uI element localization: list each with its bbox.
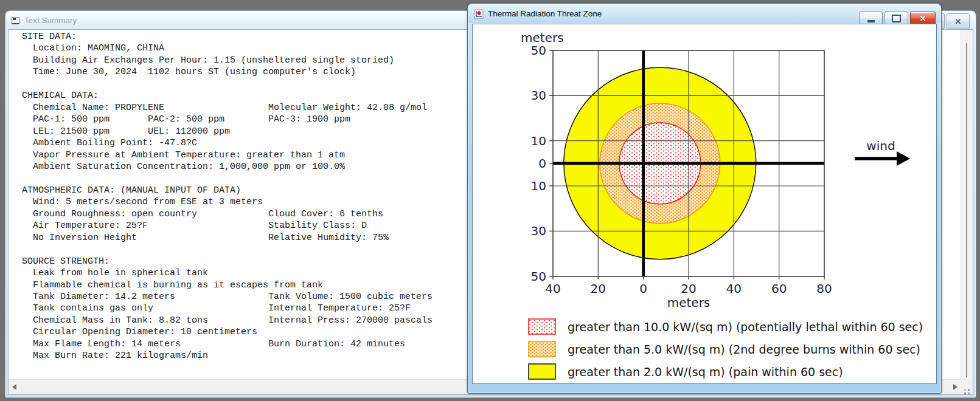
threat-zone-titlebar[interactable]: Thermal Radiation Threat Zone ✕ [468, 4, 940, 23]
resize-grip-dots [968, 389, 970, 391]
resize-grip[interactable] [961, 380, 973, 394]
text-document-icon [11, 16, 21, 26]
threat-zone-plot-area [472, 24, 937, 384]
threat-zone-title: Thermal Radiation Threat Zone [488, 9, 602, 18]
minimize-icon [867, 20, 875, 22]
aloha-workspace: Text Summary ✕ SITE DATA: Location: MAOM… [0, 0, 980, 401]
text-summary-title: Text Summary [24, 16, 77, 25]
scroll-left-icon[interactable] [12, 384, 16, 390]
vertical-scrollbar[interactable] [961, 30, 973, 380]
close-icon: ✕ [955, 17, 962, 26]
vertical-scrollbar-line [966, 43, 967, 377]
summary-text: SITE DATA: Location: MAOMING, CHINA Buil… [16, 31, 433, 362]
close-icon: ✕ [920, 14, 926, 23]
text-summary-close-button[interactable]: ✕ [947, 13, 970, 29]
scroll-right-icon[interactable] [953, 384, 957, 390]
chart-icon [474, 9, 484, 19]
maximize-icon [892, 15, 901, 22]
threat-zone-window: Thermal Radiation Threat Zone ✕ [467, 3, 942, 394]
